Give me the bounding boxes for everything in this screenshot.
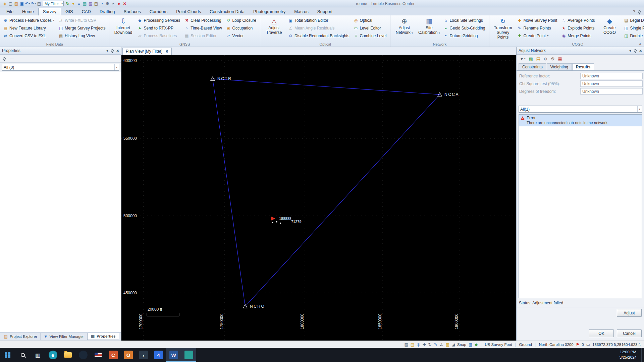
flag-icon[interactable]: ⚑ xyxy=(576,342,580,347)
close-icon[interactable]: ✖ xyxy=(165,50,168,53)
occupation-button[interactable]: ◉Occupation xyxy=(225,24,258,32)
orbit-icon[interactable]: ↻ xyxy=(428,342,432,347)
tab-properties[interactable]: ▦Properties xyxy=(87,333,119,340)
process-baselines-button[interactable]: ▱Process Baselines xyxy=(136,32,182,40)
tab-constraints[interactable]: Constraints xyxy=(519,63,546,70)
chevron-down-icon[interactable]: ▾ xyxy=(107,49,108,53)
view-filter-icon[interactable]: ▦ xyxy=(82,1,88,7)
double-proportion-button[interactable]: ◫Double Proportion xyxy=(622,32,644,40)
chi-square-test-95-value[interactable]: Unknown xyxy=(580,80,643,87)
session-editor-button[interactable]: ▦Session Editor xyxy=(183,32,224,40)
disable-icon[interactable]: ⊘ xyxy=(544,56,547,61)
undo-icon[interactable]: ↶▾ xyxy=(25,1,31,7)
total-station-editor-button[interactable]: ▣Total Station Editor xyxy=(287,16,351,24)
ribbon-tab-support[interactable]: Support xyxy=(313,8,337,15)
terminal-icon[interactable]: › xyxy=(136,348,151,362)
level-editor-button[interactable]: ▭Level Editor xyxy=(352,24,388,32)
cluster-point-marker[interactable] xyxy=(276,221,277,223)
close-icon[interactable]: ✖ xyxy=(116,49,119,53)
ribbon-tab-home[interactable]: Home xyxy=(18,8,38,15)
pin-icon[interactable] xyxy=(634,49,637,52)
print-icon[interactable]: ▤ xyxy=(36,1,42,7)
loop-closure-button[interactable]: ↺Loop Closure xyxy=(225,16,258,24)
save-icon[interactable]: ▣ xyxy=(19,1,25,7)
reference-factor-value[interactable]: Unknown xyxy=(580,73,643,79)
ribbon-tab-surfaces[interactable]: Surfaces xyxy=(119,8,145,15)
app-dark-circle-icon[interactable] xyxy=(75,348,91,362)
refresh-icon[interactable]: ↻ xyxy=(65,1,70,7)
time-based-view-button[interactable]: ◔Time-Based View xyxy=(183,24,224,32)
write-fxl-to-csv-button[interactable]: ⇄Write FXL to CSV xyxy=(57,16,107,24)
selection-mode-icon[interactable]: ▧ xyxy=(404,342,408,347)
combine-level-button[interactable]: ≡Combine Level xyxy=(352,32,388,40)
ok-button[interactable]: OK xyxy=(589,329,614,337)
degrees-of-freedom-value[interactable]: Unknown xyxy=(580,88,643,95)
site-calibration-button[interactable]: ▦SiteCalibration ▾ xyxy=(417,16,441,35)
browser-icon[interactable]: ◔ xyxy=(99,1,105,7)
merge-survey-projects-button[interactable]: ◫Merge Survey Projects xyxy=(57,24,107,32)
convert-csv-to-fxl-button[interactable]: ⇄Convert CSV to FXL xyxy=(2,32,56,40)
datum-gridding-button[interactable]: ◓Datum Gridding xyxy=(442,32,487,40)
close-icon[interactable]: ✖ xyxy=(639,49,642,53)
pin-icon[interactable] xyxy=(638,10,641,13)
cancel-button[interactable]: Cancel xyxy=(617,329,642,337)
merge-points-button[interactable]: ◉Merge Points xyxy=(560,32,597,40)
adjust-button[interactable]: Adjust xyxy=(617,309,642,317)
ribbon-tab-survey[interactable]: Survey xyxy=(38,8,61,15)
process-feature-codes-button[interactable]: ⚙Process Feature Codes▾ xyxy=(2,16,56,24)
cluster-point-marker[interactable] xyxy=(280,223,281,224)
explode-points-button[interactable]: ★Explode Points xyxy=(560,24,597,32)
transform-survey-points-button[interactable]: ↻TransformSurvey Points xyxy=(491,16,515,40)
local-site-settings-button[interactable]: ⌂Local Site Settings xyxy=(442,16,487,24)
mean-angle-residuals-button[interactable]: ∠Mean Angle Residuals xyxy=(287,24,351,32)
search-button[interactable] xyxy=(15,348,30,362)
ribbon-collapse-icon[interactable]: ∧ xyxy=(639,42,641,46)
snap-settings-icon[interactable]: ▦ xyxy=(469,342,472,347)
vector-button[interactable]: ↗Vector xyxy=(225,32,258,40)
layers-icon[interactable]: ≡ xyxy=(76,1,82,7)
tab-project-explorer[interactable]: ▤Project Explorer xyxy=(1,333,41,340)
shading-icon[interactable]: ▧ xyxy=(88,1,93,7)
task-view-button[interactable]: ▥ xyxy=(30,348,45,362)
ribbon-tab-photogrammetry[interactable]: Photogrammetry xyxy=(249,8,290,15)
clear-processing-button[interactable]: ✖Clear Processing xyxy=(183,16,224,24)
properties-selection-combobox[interactable]: All (0) ▾ xyxy=(2,64,119,71)
start-button[interactable] xyxy=(0,348,15,362)
options-icon[interactable]: ⚙ xyxy=(105,1,110,7)
ribbon-tab-corridors[interactable]: Corridors xyxy=(145,8,172,15)
tab-results[interactable]: Results xyxy=(572,63,594,70)
ribbon-tab-gis[interactable]: GIS xyxy=(61,8,77,15)
slope-icon[interactable]: ◢ xyxy=(452,342,455,347)
adjust-network-button[interactable]: ⊕AdjustNetwork ▾ xyxy=(392,16,416,35)
tab-plan-view[interactable]: Plan View [My Filter] ✖ xyxy=(122,48,172,55)
new-feature-library-button[interactable]: ▤New Feature Library xyxy=(2,24,56,32)
edge-icon[interactable]: e xyxy=(45,348,60,362)
open-project-icon[interactable]: ▨ xyxy=(13,1,19,7)
close-project-icon[interactable]: ✖ xyxy=(122,1,127,7)
zoom-icon[interactable]: ◎ xyxy=(417,342,420,347)
chevron-down-icon[interactable]: ▾ xyxy=(630,49,631,53)
ground-mode-label[interactable]: Ground xyxy=(519,343,532,347)
send-to-rtx-pp-button[interactable]: ➤Send to RTX-PP xyxy=(136,24,182,32)
tbc-icon[interactable] xyxy=(181,348,196,362)
ribbon-tab-point-clouds[interactable]: Point Clouds xyxy=(172,8,205,15)
report-icon[interactable]: ▧ xyxy=(529,56,533,61)
internet-download-button[interactable]: ⇩InternetDownload xyxy=(111,16,135,35)
new-project-icon[interactable]: ▢ xyxy=(8,1,13,7)
cut-icon[interactable]: ✂ xyxy=(110,1,116,7)
word-icon[interactable]: W xyxy=(166,348,181,362)
pan-icon[interactable]: ✚ xyxy=(423,342,426,347)
ribbon-tab-cad[interactable]: CAD xyxy=(77,8,95,15)
legal-description-button[interactable]: ▤Legal Description xyxy=(622,16,644,24)
notes-icon[interactable]: ▤ xyxy=(93,1,99,7)
running-snap-icon[interactable]: ◆ xyxy=(475,342,478,347)
adjust-traverse-button[interactable]: △AdjustTraverse xyxy=(262,16,286,35)
clipboard-icon[interactable]: ▤ xyxy=(536,56,540,61)
show-desktop-button[interactable] xyxy=(641,348,644,362)
ribbon-tab-macros[interactable]: Macros xyxy=(290,8,313,15)
geoid-sub-gridding-button[interactable]: ◒Geoid Sub-Gridding xyxy=(442,24,487,32)
language-flag-icon[interactable] xyxy=(91,348,106,362)
file-explorer-icon[interactable] xyxy=(60,348,75,362)
redo-icon[interactable]: ↷▾ xyxy=(31,1,36,7)
processing-services-button[interactable]: ◆Processing Services xyxy=(136,16,182,24)
